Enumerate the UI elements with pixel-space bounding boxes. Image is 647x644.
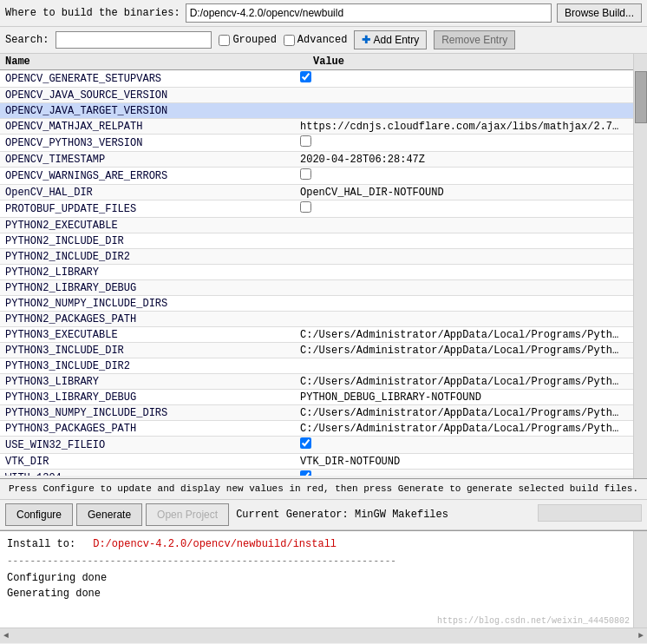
- toolbar: Search: Grouped Advanced ✚ Add Entry Rem…: [0, 27, 647, 54]
- cell-name: OPENCV_JAVA_SOURCE_VERSION: [5, 89, 300, 102]
- vertical-scrollbar[interactable]: [633, 54, 647, 478]
- log-line2: Generating done: [7, 586, 640, 601]
- cell-value[interactable]: [300, 135, 642, 150]
- log-scrollbar[interactable]: [633, 531, 647, 643]
- log-install-line: Install to: D:/opencv-4.2.0/opencv/newbu…: [7, 536, 640, 552]
- browse-build-button[interactable]: Browse Build...: [557, 3, 642, 23]
- table-row[interactable]: PYTHON3_NUMPY_INCLUDE_DIRSC:/Users/Admin…: [0, 405, 647, 421]
- row-checkbox[interactable]: [300, 135, 311, 147]
- cell-name: PYTHON2_PACKAGES_PATH: [5, 313, 300, 325]
- cell-value: VTK_DIR-NOTFOUND: [300, 456, 642, 468]
- install-label: Install to:: [7, 536, 75, 552]
- table-row[interactable]: OPENCV_TIMESTAMP2020-04-28T06:28:47Z: [0, 152, 647, 168]
- build-path-input[interactable]: [186, 3, 552, 23]
- cell-name: PYTHON2_INCLUDE_DIR2: [5, 251, 300, 263]
- status-bar: Press Configure to update and display ne…: [0, 479, 647, 500]
- table-row[interactable]: PYTHON2_INCLUDE_DIR2: [0, 249, 647, 265]
- cell-value[interactable]: [300, 470, 642, 476]
- table-row[interactable]: OPENCV_JAVA_TARGET_VERSION: [0, 103, 647, 119]
- cell-name: PYTHON3_EXECUTABLE: [5, 329, 300, 341]
- table-row[interactable]: PYTHON3_INCLUDE_DIR2: [0, 358, 647, 374]
- cell-value[interactable]: [300, 71, 642, 86]
- cell-name: USE_WIN32_FILEIO: [5, 439, 300, 451]
- cell-name: PROTOBUF_UPDATE_FILES: [5, 203, 300, 215]
- row-checkbox[interactable]: [300, 168, 311, 180]
- table-row[interactable]: OPENCV_PYTHON3_VERSION: [0, 135, 647, 152]
- advanced-check-group: Advanced: [284, 34, 348, 46]
- cell-name: PYTHON2_INCLUDE_DIR: [5, 235, 300, 247]
- cell-value: C:/Users/Administrator/AppData/Local/Pro…: [300, 345, 642, 357]
- table-row[interactable]: OPENCV_MATHJAX_RELPATHhttps://cdnjs.clou…: [0, 119, 647, 135]
- table-row[interactable]: PYTHON2_LIBRARY: [0, 265, 647, 280]
- cell-name: PYTHON3_PACKAGES_PATH: [5, 423, 300, 435]
- action-bar: Configure Generate Open Project Current …: [0, 500, 647, 530]
- log-line1: Configuring done: [7, 570, 640, 586]
- cell-name: PYTHON3_NUMPY_INCLUDE_DIRS: [5, 407, 300, 419]
- cell-name: OPENCV_PYTHON3_VERSION: [5, 137, 300, 149]
- cell-name: PYTHON3_LIBRARY_DEBUG: [5, 391, 300, 404]
- table-row[interactable]: PYTHON2_EXECUTABLE: [0, 218, 647, 233]
- cell-name: OPENCV_MATHJAX_RELPATH: [5, 121, 300, 133]
- cell-value[interactable]: [300, 201, 642, 216]
- log-scroll-right: ►: [638, 631, 644, 641]
- table-row[interactable]: OpenCV_HAL_DIROpenCV_HAL_DIR-NOTFOUND: [0, 185, 647, 200]
- grouped-checkbox[interactable]: [219, 35, 230, 46]
- table-row[interactable]: PYTHON2_NUMPY_INCLUDE_DIRS: [0, 296, 647, 312]
- cell-value[interactable]: [300, 437, 642, 452]
- table-row[interactable]: OPENCV_WARNINGS_ARE_ERRORS: [0, 168, 647, 185]
- cell-value: C:/Users/Administrator/AppData/Local/Pro…: [300, 376, 642, 388]
- add-entry-button[interactable]: ✚ Add Entry: [354, 30, 427, 49]
- table-body: OPENCV_GENERATE_SETUPVARSOPENCV_JAVA_SOU…: [0, 70, 647, 476]
- generator-label: Current Generator: MinGW Makefiles: [236, 509, 448, 521]
- progress-placeholder: [538, 504, 642, 522]
- cell-name: OpenCV_HAL_DIR: [5, 187, 300, 199]
- scroll-thumb[interactable]: [635, 71, 647, 123]
- generate-button[interactable]: Generate: [76, 503, 142, 526]
- table-row[interactable]: OPENCV_JAVA_SOURCE_VERSION: [0, 88, 647, 103]
- cell-name: PYTHON2_LIBRARY_DEBUG: [5, 282, 300, 294]
- grouped-check-group: Grouped: [219, 34, 276, 46]
- cell-value: C:/Users/Administrator/AppData/Local/Pro…: [300, 329, 642, 341]
- row-checkbox[interactable]: [300, 71, 311, 82]
- cell-name: PYTHON3_INCLUDE_DIR: [5, 345, 300, 357]
- log-area: Install to: D:/opencv-4.2.0/opencv/newbu…: [0, 530, 647, 643]
- table-row[interactable]: WITH_1394: [0, 470, 647, 476]
- search-input[interactable]: [56, 31, 212, 49]
- row-checkbox[interactable]: [300, 470, 311, 476]
- advanced-checkbox[interactable]: [284, 35, 295, 46]
- table-row[interactable]: PROTOBUF_UPDATE_FILES: [0, 200, 647, 218]
- build-path-bar: Where to build the binaries: Browse Buil…: [0, 0, 647, 27]
- configure-button[interactable]: Configure: [5, 503, 73, 526]
- table-row[interactable]: PYTHON3_LIBRARY_DEBUGPYTHON_DEBUG_LIBRAR…: [0, 390, 647, 405]
- install-path: D:/opencv-4.2.0/opencv/newbuild/install: [93, 536, 337, 552]
- log-bottom-bar: ◄ ►: [0, 628, 647, 643]
- log-content: Install to: D:/opencv-4.2.0/opencv/newbu…: [7, 536, 640, 601]
- cell-name: OPENCV_JAVA_TARGET_VERSION: [5, 105, 300, 117]
- progress-bar-area: [452, 504, 642, 525]
- table-row[interactable]: VTK_DIRVTK_DIR-NOTFOUND: [0, 454, 647, 470]
- log-divider: ----------------------------------------…: [7, 554, 640, 568]
- row-checkbox[interactable]: [300, 437, 311, 449]
- add-entry-label: Add Entry: [373, 34, 419, 46]
- watermark: https://blog.csdn.net/weixin_44450802: [437, 616, 630, 626]
- table-row[interactable]: PYTHON3_PACKAGES_PATHC:/Users/Administra…: [0, 421, 647, 437]
- table-row[interactable]: PYTHON3_EXECUTABLEC:/Users/Administrator…: [0, 327, 647, 343]
- table-row[interactable]: PYTHON2_LIBRARY_DEBUG: [0, 280, 647, 296]
- cell-value: 2020-04-28T06:28:47Z: [300, 154, 642, 166]
- advanced-label: Advanced: [297, 34, 348, 46]
- table-row[interactable]: PYTHON2_PACKAGES_PATH: [0, 312, 647, 327]
- table-row[interactable]: OPENCV_GENERATE_SETUPVARS: [0, 70, 647, 88]
- cell-value: C:/Users/Administrator/AppData/Local/Pro…: [300, 423, 642, 435]
- cell-value[interactable]: [300, 168, 642, 183]
- open-project-button[interactable]: Open Project: [146, 503, 229, 526]
- plus-icon: ✚: [362, 34, 370, 46]
- table-row[interactable]: PYTHON2_INCLUDE_DIR: [0, 233, 647, 249]
- table-row[interactable]: PYTHON3_LIBRARYC:/Users/Administrator/Ap…: [0, 374, 647, 390]
- remove-entry-button[interactable]: Remove Entry: [434, 30, 515, 49]
- row-checkbox[interactable]: [300, 201, 311, 213]
- cell-value: C:/Users/Administrator/AppData/Local/Pro…: [300, 407, 642, 419]
- table-row[interactable]: USE_WIN32_FILEIO: [0, 437, 647, 454]
- cell-name: PYTHON3_LIBRARY: [5, 376, 300, 388]
- cell-name: OPENCV_GENERATE_SETUPVARS: [5, 73, 300, 85]
- table-row[interactable]: PYTHON3_INCLUDE_DIRC:/Users/Administrato…: [0, 343, 647, 358]
